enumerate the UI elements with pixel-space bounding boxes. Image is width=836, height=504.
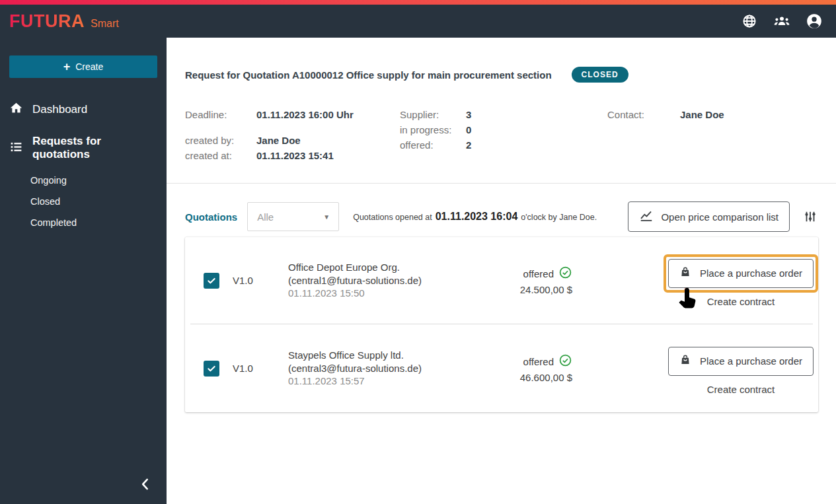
top-navbar: FUTURA Smart — [0, 5, 836, 38]
in-progress-row: in progress: 0 — [400, 122, 607, 137]
offered-count-label: offered: — [400, 137, 466, 153]
open-price-comparison-label: Open price comparison list — [661, 211, 779, 223]
details-column-counts: Supplier: 3 in progress: 0 offered: 2 — [400, 107, 607, 163]
sidebar-item-label: Dashboard — [32, 103, 87, 116]
deadline-value: 01.11.2023 16:00 Uhr — [256, 107, 354, 122]
top-gradient-bar — [0, 0, 836, 5]
quotations-section-label: Quotations — [185, 211, 237, 223]
offer-status-block: offered 24.500,00 $ — [520, 266, 572, 295]
sidebar-item-requests-for-quotations[interactable]: Requests for quotations — [0, 126, 167, 170]
details-column-contact: Contact: Jane Doe — [607, 107, 817, 163]
status-badge: CLOSED — [572, 67, 628, 83]
account-icon[interactable] — [806, 13, 823, 30]
check-circle-icon — [558, 353, 572, 370]
quotation-version: V1.0 — [233, 363, 270, 374]
contact-label: Contact: — [607, 107, 680, 122]
cursor-hand-icon — [675, 286, 699, 315]
home-icon — [9, 101, 23, 118]
shopping-bag-icon — [679, 354, 691, 368]
offered-count-value: 2 — [466, 137, 471, 153]
supplier-label: Supplier: — [400, 107, 466, 122]
quotations-filter-select[interactable]: Alle ▼ — [247, 202, 339, 231]
offer-amount: 46.600,00 $ — [520, 372, 572, 383]
shopping-bag-icon — [679, 266, 691, 280]
opened-prefix: Quotations opened at — [353, 213, 432, 222]
quotations-opened-text: Quotations opened at 01.11.2023 16:04 o'… — [353, 211, 597, 223]
in-progress-label: in progress: — [400, 122, 466, 137]
app-logo: FUTURA Smart — [9, 11, 119, 32]
sidebar-item-completed[interactable]: Completed — [0, 212, 167, 233]
supplier-row: Supplier: 3 — [400, 107, 607, 122]
place-purchase-order-label: Place a purchase order — [700, 268, 802, 279]
logo-smart-text: Smart — [91, 18, 119, 30]
app-root: FUTURA Smart — [0, 0, 836, 504]
supplier-info: Office Depot Europe Org. (central1@futur… — [288, 261, 506, 300]
open-price-comparison-button[interactable]: Open price comparison list — [628, 201, 790, 232]
highlight-annotation-box: Place a purchase order — [664, 254, 818, 293]
globe-icon[interactable] — [741, 13, 758, 30]
filter-tune-icon[interactable] — [802, 209, 818, 225]
quotation-date: 01.11.2023 15:57 — [288, 375, 506, 388]
opened-time: 01.11.2023 16:04 — [436, 211, 518, 223]
offer-status-label: offered — [523, 356, 554, 367]
quotation-checkbox[interactable] — [204, 273, 219, 289]
toolbar-right: Open price comparison list — [628, 201, 818, 232]
sidebar-item-dashboard[interactable]: Dashboard — [0, 92, 167, 126]
quotation-row: V1.0 Staypels Office Supply ltd. (centra… — [185, 324, 818, 412]
quotation-date: 01.11.2023 15:50 — [288, 287, 506, 300]
sidebar-item-closed[interactable]: Closed — [0, 191, 167, 212]
supplier-name: Staypels Office Supply ltd. — [288, 349, 506, 362]
page-header: Request for Quotation A10000012 Office s… — [167, 38, 836, 83]
users-icon[interactable] — [773, 13, 790, 30]
create-button[interactable]: + Create — [9, 55, 157, 78]
created-at-value: 01.11.2023 15:41 — [256, 148, 334, 163]
create-contract-link[interactable]: Create contract — [707, 296, 775, 307]
topbar-icons — [741, 13, 827, 30]
contact-value: Jane Doe — [680, 107, 724, 122]
offered-count-row: offered: 2 — [400, 137, 607, 153]
place-purchase-order-button[interactable]: Place a purchase order — [668, 347, 814, 376]
supplier-info: Staypels Office Supply ltd. (central3@fu… — [288, 349, 506, 388]
sidebar-item-label: Requests for quotations — [32, 135, 157, 161]
sidebar-collapse-button[interactable] — [135, 474, 156, 495]
offer-status-line: offered — [523, 266, 572, 282]
logo-futura-text: FUTURA — [9, 11, 85, 32]
chevron-down-icon: ▼ — [323, 213, 330, 221]
place-purchase-order-button[interactable]: Place a purchase order — [668, 259, 814, 288]
filter-selected-value: Alle — [257, 211, 274, 223]
list-icon — [9, 140, 23, 157]
quotations-toolbar: Quotations Alle ▼ Quotations opened at 0… — [167, 201, 836, 232]
in-progress-value: 0 — [466, 122, 471, 137]
main-content: Request for Quotation A10000012 Office s… — [167, 38, 836, 504]
supplier-name: Office Depot Europe Org. — [288, 261, 506, 274]
section-divider — [167, 183, 836, 184]
offer-amount: 24.500,00 $ — [520, 284, 572, 295]
deadline-row: Deadline: 01.11.2023 16:00 Uhr — [185, 107, 400, 122]
created-at-row: created at: 01.11.2023 15:41 — [185, 148, 400, 163]
check-circle-icon — [558, 266, 572, 282]
created-by-label: created by: — [185, 133, 256, 148]
quotation-actions: Place a purchase order Create contract — [673, 254, 809, 307]
sidebar: + Create Dashboard Requests for quotati — [0, 5, 167, 504]
place-purchase-order-label: Place a purchase order — [700, 355, 802, 367]
create-button-label: Create — [75, 61, 103, 72]
quotation-actions: Place a purchase order Create contract — [673, 342, 809, 395]
created-by-value: Jane Doe — [256, 133, 301, 148]
sidebar-nav: Dashboard Requests for quotations Ongoin… — [0, 92, 167, 233]
details-column-dates: Deadline: 01.11.2023 16:00 Uhr created b… — [185, 107, 400, 163]
supplier-value: 3 — [466, 107, 471, 122]
opened-suffix: o'clock by Jane Doe. — [521, 213, 597, 222]
page-title: Request for Quotation A10000012 Office s… — [185, 69, 552, 81]
offer-status-line: offered — [523, 353, 572, 370]
order-button-wrap: Place a purchase order — [664, 342, 818, 380]
sidebar-item-ongoing[interactable]: Ongoing — [0, 170, 167, 191]
create-contract-link[interactable]: Create contract — [707, 384, 775, 395]
offer-status-label: offered — [523, 268, 554, 279]
supplier-email: (central1@futura-solutions.de) — [288, 274, 506, 287]
created-at-label: created at: — [185, 148, 256, 163]
plus-icon: + — [63, 61, 71, 73]
request-details: Deadline: 01.11.2023 16:00 Uhr created b… — [167, 107, 836, 163]
offer-status-block: offered 46.600,00 $ — [520, 353, 572, 383]
quotation-checkbox[interactable] — [204, 361, 219, 377]
chart-icon — [639, 209, 654, 225]
